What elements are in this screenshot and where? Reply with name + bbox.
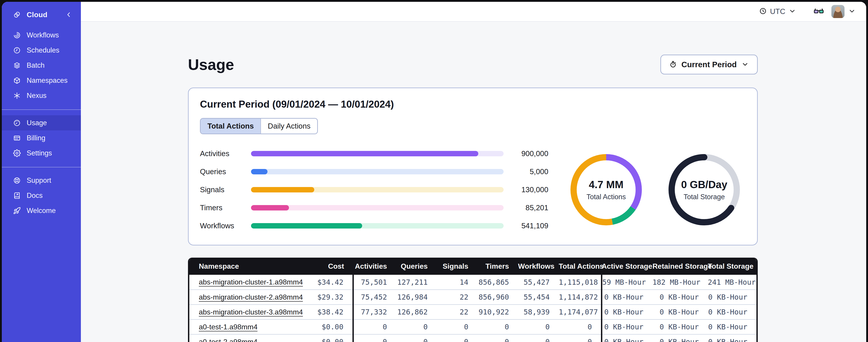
sidebar-section: SupportDocsWelcome bbox=[2, 167, 81, 220]
usage-icon bbox=[13, 119, 21, 127]
table-cell: 22 bbox=[437, 305, 477, 319]
bar-value: 85,201 bbox=[509, 204, 548, 212]
table-cell: a0-test-1.a98mm4 bbox=[189, 319, 316, 334]
donut-label: Total Actions bbox=[587, 193, 626, 201]
timezone-picker[interactable]: UTC bbox=[759, 7, 796, 16]
bar-track-queries bbox=[251, 169, 504, 174]
namespace-usage-table: NamespaceCostActivitiesQueriesSignalsTim… bbox=[188, 258, 758, 342]
main-area: Usage Current Period Current Period (09/… bbox=[81, 22, 866, 342]
period-selector-button[interactable]: Current Period bbox=[660, 55, 758, 74]
appearance-toggle-button[interactable] bbox=[813, 6, 824, 18]
bar-row-queries: Queries5,000 bbox=[200, 167, 548, 176]
table-cell: 126,984 bbox=[396, 290, 437, 305]
column-header-total-actions: Total Actions bbox=[559, 258, 601, 275]
namespace-link[interactable]: a0-test-1.a98mm4 bbox=[199, 323, 257, 331]
table-cell: 59 MB-Hour bbox=[601, 275, 652, 290]
sidebar-item-docs[interactable]: Docs bbox=[2, 188, 81, 203]
sidebar-item-namespaces[interactable]: Namespaces bbox=[2, 73, 81, 88]
avatar[interactable] bbox=[831, 5, 844, 18]
timezone-label: UTC bbox=[770, 7, 785, 16]
donut-total-actions: 4.7 MMTotal Actions bbox=[565, 148, 648, 231]
sidebar-collapse-button[interactable] bbox=[65, 10, 73, 19]
table-cell: 22 bbox=[437, 290, 477, 305]
sidebar-item-label: Usage bbox=[27, 119, 47, 127]
stopwatch-icon bbox=[669, 61, 677, 69]
sidebar-item-label: Schedules bbox=[27, 46, 59, 55]
billing-icon bbox=[13, 134, 21, 142]
table-cell: 0 KB-Hour bbox=[601, 290, 652, 305]
sidebar-item-label: Docs bbox=[27, 192, 43, 200]
sidebar-item-schedules[interactable]: Schedules bbox=[2, 43, 81, 58]
user-menu-button[interactable] bbox=[848, 7, 856, 16]
table-cell: 0 KB-Hour bbox=[708, 334, 756, 342]
bar-row-timers: Timers85,201 bbox=[200, 204, 548, 212]
column-header-workflows: Workflows bbox=[518, 258, 559, 275]
sidebar-item-batch[interactable]: Batch bbox=[2, 58, 81, 73]
table-cell: 1,115,018 bbox=[559, 275, 601, 290]
table-cell: 0 KB-Hour bbox=[708, 305, 756, 319]
table-row: abs-migration-cluster-2.a98mm4$29.3275,4… bbox=[189, 290, 756, 305]
namespace-link[interactable]: abs-migration-cluster-3.a98mm4 bbox=[199, 308, 303, 316]
sidebar-section: WorkflowsSchedulesBatchNamespacesNexus bbox=[2, 25, 81, 105]
bar-row-workflows: Workflows541,109 bbox=[200, 221, 548, 230]
sidebar-item-label: Namespaces bbox=[27, 76, 67, 84]
bar-value: 900,000 bbox=[509, 149, 548, 158]
namespace-link[interactable]: abs-migration-cluster-2.a98mm4 bbox=[199, 293, 303, 301]
clock-icon bbox=[759, 7, 767, 16]
table-cell: 55,427 bbox=[518, 275, 559, 290]
table-cell: 0 bbox=[437, 334, 477, 342]
table-header-row: NamespaceCostActivitiesQueriesSignalsTim… bbox=[189, 258, 756, 275]
actions-bar-chart: Activities900,000Queries5,000Signals130,… bbox=[200, 149, 548, 230]
table-cell: $0.00 bbox=[316, 334, 353, 342]
table-cell: 77,332 bbox=[353, 305, 396, 319]
table-cell: 0 bbox=[477, 334, 518, 342]
sidebar: Cloud WorkflowsSchedulesBatchNamespacesN… bbox=[2, 2, 81, 342]
bar-row-signals: Signals130,000 bbox=[200, 185, 548, 194]
tab-daily-actions[interactable]: Daily Actions bbox=[260, 119, 317, 134]
column-header-retained-storage: Retained Storage bbox=[652, 258, 708, 275]
docs-icon bbox=[13, 192, 21, 199]
donut-total-storage: 0 GB/DayTotal Storage bbox=[663, 148, 746, 231]
period-selector-label: Current Period bbox=[681, 60, 737, 69]
sidebar-item-label: Welcome bbox=[27, 207, 56, 215]
page-header: Usage Current Period bbox=[188, 55, 758, 74]
sidebar-item-welcome[interactable]: Welcome bbox=[2, 203, 81, 218]
table-cell: 127,211 bbox=[396, 275, 437, 290]
column-header-active-storage: Active Storage bbox=[601, 258, 652, 275]
table-row: a0-test-2.a98mm4$0.000000000 KB-Hour0 KB… bbox=[189, 334, 756, 342]
workflows-icon bbox=[13, 31, 21, 39]
table-cell: 0 bbox=[518, 319, 559, 334]
table-cell: abs-migration-cluster-1.a98mm4 bbox=[189, 275, 316, 290]
table-cell: 0 KB-Hour bbox=[652, 319, 708, 334]
sidebar-item-support[interactable]: Support bbox=[2, 173, 81, 188]
topbar: UTC bbox=[81, 2, 866, 22]
table-cell: 0 bbox=[396, 334, 437, 342]
table-cell: $0.00 bbox=[316, 319, 353, 334]
table-cell: $29.32 bbox=[316, 290, 353, 305]
page-title: Usage bbox=[188, 56, 234, 73]
tab-total-actions[interactable]: Total Actions bbox=[200, 119, 260, 134]
temporal-logo-icon bbox=[13, 11, 21, 19]
table-cell: 0 bbox=[396, 319, 437, 334]
table-cell: 0 KB-Hour bbox=[601, 334, 652, 342]
bar-track-signals bbox=[251, 187, 504, 193]
app-window: Cloud WorkflowsSchedulesBatchNamespacesN… bbox=[2, 2, 866, 342]
sidebar-item-workflows[interactable]: Workflows bbox=[2, 28, 81, 43]
bar-value: 130,000 bbox=[509, 185, 548, 194]
sidebar-item-billing[interactable]: Billing bbox=[2, 130, 81, 145]
sidebar-item-settings[interactable]: Settings bbox=[2, 145, 81, 161]
sidebar-item-label: Workflows bbox=[27, 31, 59, 39]
sidebar-item-label: Nexus bbox=[27, 92, 46, 100]
table-cell: 241 MB-Hour bbox=[708, 275, 756, 290]
namespace-link[interactable]: a0-test-2.a98mm4 bbox=[199, 338, 257, 342]
table-cell: 182 MB-Hour bbox=[652, 275, 708, 290]
sidebar-item-usage[interactable]: Usage bbox=[2, 115, 81, 130]
table-cell: 0 bbox=[477, 319, 518, 334]
usage-card-title: Current Period (09/01/2024 — 10/01/2024) bbox=[200, 99, 746, 110]
table-cell: abs-migration-cluster-2.a98mm4 bbox=[189, 290, 316, 305]
namespace-link[interactable]: abs-migration-cluster-1.a98mm4 bbox=[199, 278, 303, 286]
bar-value: 5,000 bbox=[509, 167, 548, 176]
table-cell: 75,452 bbox=[353, 290, 396, 305]
sidebar-item-label: Support bbox=[27, 176, 51, 184]
sidebar-item-nexus[interactable]: Nexus bbox=[2, 88, 81, 103]
